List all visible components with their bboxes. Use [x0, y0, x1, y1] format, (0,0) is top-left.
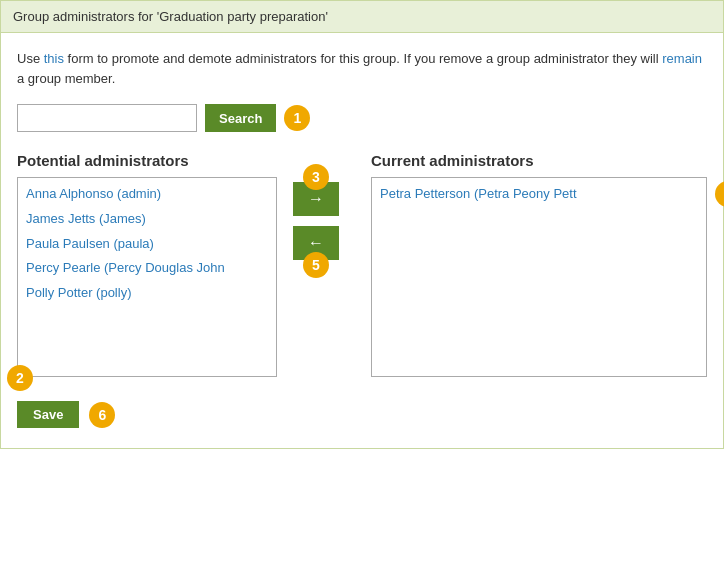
lists-outer: Potential administrators Anna Alphonso (… — [17, 152, 707, 377]
potential-label: Potential administrators — [17, 152, 277, 169]
search-input[interactable] — [17, 104, 197, 132]
potential-badge: 2 — [7, 365, 33, 391]
current-column: Current administrators Petra Petterson (… — [371, 152, 707, 377]
page-content: Use this form to promote and demote admi… — [1, 33, 723, 448]
remove-badge: 5 — [303, 252, 329, 278]
footer: Save 6 — [17, 401, 707, 428]
desc-link-this[interactable]: this — [44, 51, 64, 66]
search-row: Search 1 — [17, 104, 707, 132]
potential-column: Potential administrators Anna Alphonso (… — [17, 152, 277, 377]
save-button[interactable]: Save — [17, 401, 79, 428]
middle-controls: 3 → ← 5 — [277, 182, 355, 260]
page-wrapper: Group administrators for 'Graduation par… — [0, 0, 724, 449]
potential-list[interactable]: Anna Alphonso (admin)James Jetts (James)… — [17, 177, 277, 377]
current-list[interactable]: Petra Petterson (Petra Peony Pett — [371, 177, 707, 377]
potential-list-item[interactable]: Polly Potter (polly) — [20, 281, 274, 306]
current-badge: 4 — [715, 181, 724, 207]
current-list-item[interactable]: Petra Petterson (Petra Peony Pett — [374, 182, 704, 207]
save-badge: 6 — [89, 402, 115, 428]
page-title: Group administrators for 'Graduation par… — [13, 9, 328, 24]
desc-link-remain[interactable]: remain — [662, 51, 702, 66]
potential-list-item[interactable]: James Jetts (James) — [20, 207, 274, 232]
search-button[interactable]: Search — [205, 104, 276, 132]
page-header: Group administrators for 'Graduation par… — [1, 1, 723, 33]
add-badge: 3 — [303, 164, 329, 190]
add-button-wrapper: 3 → — [293, 182, 339, 216]
search-badge: 1 — [284, 105, 310, 131]
description-text: Use this form to promote and demote admi… — [17, 49, 707, 88]
potential-list-item[interactable]: Anna Alphonso (admin) — [20, 182, 274, 207]
potential-list-item[interactable]: Paula Paulsen (paula) — [20, 232, 274, 257]
current-label: Current administrators — [371, 152, 707, 169]
potential-list-item[interactable]: Percy Pearle (Percy Douglas John — [20, 256, 274, 281]
remove-button-wrapper: ← 5 — [293, 226, 339, 260]
